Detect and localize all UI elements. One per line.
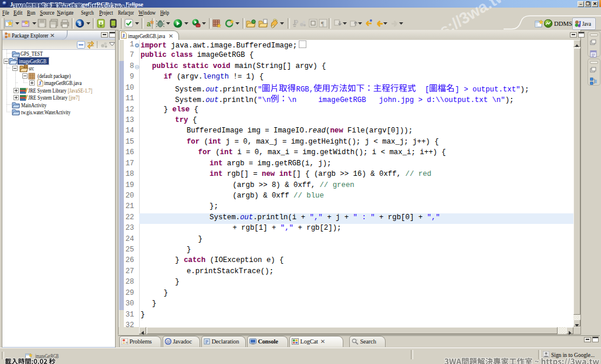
svg-text:J: J [122,32,125,38]
svg-text:¶: ¶ [321,20,324,27]
svg-text:@: @ [166,339,170,345]
svg-text:a: a [147,20,151,28]
svg-text:8: 8 [78,21,81,27]
svg-text:J: J [578,20,581,26]
svg-text:J: J [39,80,42,86]
